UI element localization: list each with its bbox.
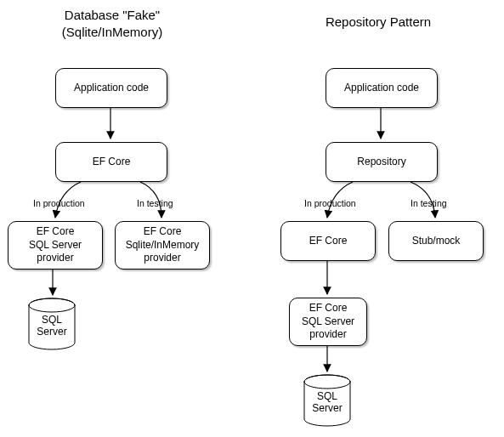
node-right-stub: Stub/mock — [388, 221, 484, 261]
node-right-db-label: SQL Server — [303, 390, 352, 415]
node-left-db-cylinder: SQL Server — [27, 298, 76, 350]
node-right-repo: Repository — [326, 142, 438, 182]
node-right-db-cylinder: SQL Server — [303, 374, 352, 427]
node-right-efcore: EF Core — [280, 221, 376, 261]
diagram-title-left: Database "Fake" (Sqlite/InMemory) — [36, 7, 189, 40]
node-left-app: Application code — [55, 68, 167, 108]
diagram-arrows — [0, 0, 504, 437]
edge-label-right-prod: In production — [303, 198, 357, 208]
edge-label-left-test: In testing — [136, 198, 174, 208]
edge-label-right-test: In testing — [410, 198, 448, 208]
node-left-prod-provider: EF Core SQL Server provider — [8, 221, 103, 270]
node-left-test-provider: EF Core Sqlite/InMemory provider — [115, 221, 210, 270]
edge-label-left-prod: In production — [32, 198, 86, 208]
diagram-title-right: Repository Pattern — [302, 14, 455, 31]
node-left-efcore: EF Core — [55, 142, 167, 182]
node-right-app: Application code — [326, 68, 438, 108]
node-right-provider: EF Core SQL Server provider — [289, 298, 367, 346]
node-left-db-label: SQL Server — [27, 314, 76, 338]
